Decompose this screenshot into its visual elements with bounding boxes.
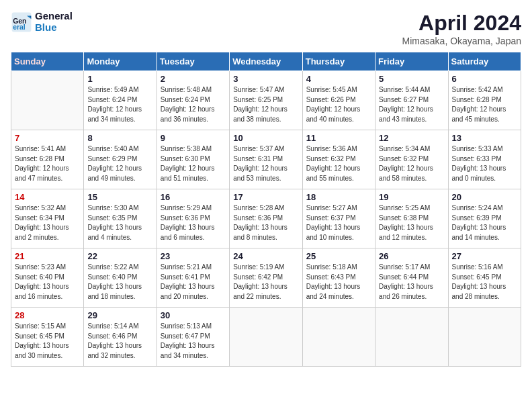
calendar-cell: 8Sunrise: 5:40 AM Sunset: 6:29 PM Daylig…	[84, 130, 157, 189]
day-number: 21	[15, 251, 80, 261]
day-info: Sunrise: 5:34 AM Sunset: 6:32 PM Dayligh…	[379, 144, 444, 183]
calendar-cell: 22Sunrise: 5:22 AM Sunset: 6:40 PM Dayli…	[84, 248, 157, 308]
day-info: Sunrise: 5:32 AM Sunset: 6:34 PM Dayligh…	[15, 203, 80, 242]
day-number: 28	[15, 310, 80, 320]
day-number: 29	[87, 310, 152, 320]
day-info: Sunrise: 5:41 AM Sunset: 6:28 PM Dayligh…	[15, 144, 80, 183]
calendar-cell: 16Sunrise: 5:29 AM Sunset: 6:36 PM Dayli…	[157, 189, 229, 248]
day-info: Sunrise: 5:17 AM Sunset: 6:44 PM Dayligh…	[379, 263, 444, 302]
calendar-cell: 24Sunrise: 5:19 AM Sunset: 6:42 PM Dayli…	[230, 248, 302, 308]
day-number: 30	[161, 310, 226, 320]
day-number: 17	[233, 192, 298, 202]
calendar-cell: 12Sunrise: 5:34 AM Sunset: 6:32 PM Dayli…	[375, 130, 448, 189]
calendar-cell	[302, 308, 375, 367]
calendar-cell: 30Sunrise: 5:13 AM Sunset: 6:47 PM Dayli…	[157, 308, 229, 367]
day-number: 27	[452, 251, 517, 261]
day-info: Sunrise: 5:15 AM Sunset: 6:45 PM Dayligh…	[15, 322, 80, 361]
day-info: Sunrise: 5:36 AM Sunset: 6:32 PM Dayligh…	[306, 144, 371, 183]
location: Mimasaka, Okayama, Japan	[402, 36, 521, 46]
calendar-cell	[230, 308, 302, 367]
day-info: Sunrise: 5:13 AM Sunset: 6:47 PM Dayligh…	[161, 322, 226, 361]
day-info: Sunrise: 5:23 AM Sunset: 6:40 PM Dayligh…	[15, 263, 80, 302]
calendar-cell: 14Sunrise: 5:32 AM Sunset: 6:34 PM Dayli…	[11, 189, 84, 248]
day-info: Sunrise: 5:25 AM Sunset: 6:38 PM Dayligh…	[379, 203, 444, 242]
calendar-cell: 3Sunrise: 5:47 AM Sunset: 6:25 PM Daylig…	[230, 71, 302, 130]
svg-text:eral: eral	[13, 24, 26, 31]
day-number: 10	[233, 133, 298, 143]
day-info: Sunrise: 5:30 AM Sunset: 6:35 PM Dayligh…	[87, 203, 152, 242]
calendar-header: SundayMondayTuesdayWednesdayThursdayFrid…	[11, 52, 521, 71]
calendar-cell	[448, 308, 521, 367]
calendar-cell	[11, 71, 84, 130]
calendar-cell: 1Sunrise: 5:49 AM Sunset: 6:24 PM Daylig…	[84, 71, 157, 130]
day-number: 26	[379, 251, 444, 261]
calendar-cell: 4Sunrise: 5:45 AM Sunset: 6:26 PM Daylig…	[302, 71, 375, 130]
calendar-cell: 23Sunrise: 5:21 AM Sunset: 6:41 PM Dayli…	[157, 248, 229, 308]
page-header: Gen eral General Blue April 2024 Mimasak…	[11, 11, 521, 46]
calendar-cell: 13Sunrise: 5:33 AM Sunset: 6:33 PM Dayli…	[448, 130, 521, 189]
day-number: 12	[379, 133, 444, 143]
day-info: Sunrise: 5:24 AM Sunset: 6:39 PM Dayligh…	[452, 203, 517, 242]
day-info: Sunrise: 5:22 AM Sunset: 6:40 PM Dayligh…	[87, 263, 152, 302]
day-info: Sunrise: 5:28 AM Sunset: 6:36 PM Dayligh…	[233, 203, 298, 242]
day-info: Sunrise: 5:29 AM Sunset: 6:36 PM Dayligh…	[161, 203, 226, 242]
calendar-cell: 15Sunrise: 5:30 AM Sunset: 6:35 PM Dayli…	[84, 189, 157, 248]
day-info: Sunrise: 5:40 AM Sunset: 6:29 PM Dayligh…	[87, 144, 152, 183]
day-info: Sunrise: 5:49 AM Sunset: 6:24 PM Dayligh…	[87, 85, 152, 124]
day-info: Sunrise: 5:21 AM Sunset: 6:41 PM Dayligh…	[161, 263, 226, 302]
calendar-week-2: 7Sunrise: 5:41 AM Sunset: 6:28 PM Daylig…	[11, 130, 521, 189]
month-title: April 2024	[402, 11, 521, 36]
day-info: Sunrise: 5:16 AM Sunset: 6:45 PM Dayligh…	[452, 263, 517, 302]
weekday-header-tuesday: Tuesday	[157, 52, 229, 71]
day-number: 4	[306, 74, 371, 84]
title-area: April 2024 Mimasaka, Okayama, Japan	[402, 11, 521, 46]
day-number: 2	[161, 74, 226, 84]
calendar-cell: 11Sunrise: 5:36 AM Sunset: 6:32 PM Dayli…	[302, 130, 375, 189]
calendar-cell: 18Sunrise: 5:27 AM Sunset: 6:37 PM Dayli…	[302, 189, 375, 248]
day-number: 19	[379, 192, 444, 202]
day-info: Sunrise: 5:38 AM Sunset: 6:30 PM Dayligh…	[161, 144, 226, 183]
day-info: Sunrise: 5:14 AM Sunset: 6:46 PM Dayligh…	[87, 322, 152, 361]
calendar-cell: 20Sunrise: 5:24 AM Sunset: 6:39 PM Dayli…	[448, 189, 521, 248]
calendar-table: SundayMondayTuesdayWednesdayThursdayFrid…	[11, 52, 521, 367]
weekday-header-monday: Monday	[84, 52, 157, 71]
day-info: Sunrise: 5:42 AM Sunset: 6:28 PM Dayligh…	[452, 85, 517, 124]
day-number: 5	[379, 74, 444, 84]
day-number: 6	[452, 74, 517, 84]
calendar-cell: 17Sunrise: 5:28 AM Sunset: 6:36 PM Dayli…	[230, 189, 302, 248]
day-info: Sunrise: 5:45 AM Sunset: 6:26 PM Dayligh…	[306, 85, 371, 124]
calendar-cell: 26Sunrise: 5:17 AM Sunset: 6:44 PM Dayli…	[375, 248, 448, 308]
day-info: Sunrise: 5:18 AM Sunset: 6:43 PM Dayligh…	[306, 263, 371, 302]
day-number: 16	[161, 192, 226, 202]
weekday-header-sunday: Sunday	[11, 52, 84, 71]
logo-text: General Blue	[35, 11, 73, 33]
day-number: 23	[161, 251, 226, 261]
calendar-cell	[375, 308, 448, 367]
day-info: Sunrise: 5:47 AM Sunset: 6:25 PM Dayligh…	[233, 85, 298, 124]
calendar-cell: 27Sunrise: 5:16 AM Sunset: 6:45 PM Dayli…	[448, 248, 521, 308]
day-info: Sunrise: 5:44 AM Sunset: 6:27 PM Dayligh…	[379, 85, 444, 124]
day-number: 15	[87, 192, 152, 202]
day-info: Sunrise: 5:48 AM Sunset: 6:24 PM Dayligh…	[161, 85, 226, 124]
weekday-header-thursday: Thursday	[302, 52, 375, 71]
calendar-cell: 5Sunrise: 5:44 AM Sunset: 6:27 PM Daylig…	[375, 71, 448, 130]
logo: Gen eral General Blue	[11, 11, 73, 33]
day-number: 20	[452, 192, 517, 202]
day-number: 22	[87, 251, 152, 261]
day-number: 13	[452, 133, 517, 143]
calendar-cell: 28Sunrise: 5:15 AM Sunset: 6:45 PM Dayli…	[11, 308, 84, 367]
calendar-week-1: 1Sunrise: 5:49 AM Sunset: 6:24 PM Daylig…	[11, 71, 521, 130]
weekday-header-saturday: Saturday	[448, 52, 521, 71]
calendar-cell: 9Sunrise: 5:38 AM Sunset: 6:30 PM Daylig…	[157, 130, 229, 189]
calendar-week-5: 28Sunrise: 5:15 AM Sunset: 6:45 PM Dayli…	[11, 308, 521, 367]
day-info: Sunrise: 5:19 AM Sunset: 6:42 PM Dayligh…	[233, 263, 298, 302]
day-number: 8	[87, 133, 152, 143]
logo-icon: Gen eral	[11, 11, 32, 33]
day-number: 14	[15, 192, 80, 202]
weekday-header-wednesday: Wednesday	[230, 52, 302, 71]
calendar-week-4: 21Sunrise: 5:23 AM Sunset: 6:40 PM Dayli…	[11, 248, 521, 308]
calendar-cell: 19Sunrise: 5:25 AM Sunset: 6:38 PM Dayli…	[375, 189, 448, 248]
weekday-header-friday: Friday	[375, 52, 448, 71]
calendar-week-3: 14Sunrise: 5:32 AM Sunset: 6:34 PM Dayli…	[11, 189, 521, 248]
calendar-cell: 25Sunrise: 5:18 AM Sunset: 6:43 PM Dayli…	[302, 248, 375, 308]
